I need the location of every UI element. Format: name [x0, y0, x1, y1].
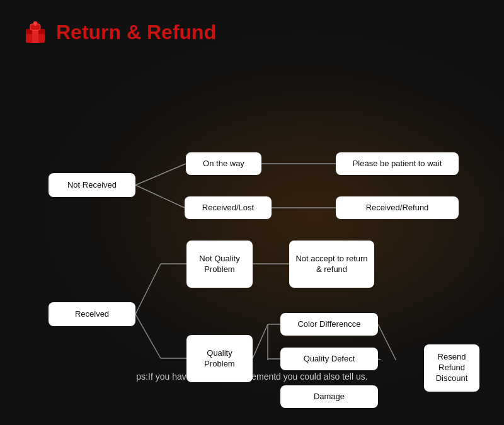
node-received: Received	[49, 302, 135, 326]
svg-line-6	[135, 185, 185, 208]
node-please-wait: Please be patient to wait	[336, 152, 459, 175]
node-not-quality-problem: Not Quality Problem	[186, 241, 253, 288]
node-received-refund: Received/Refund	[336, 196, 459, 219]
node-quality-defect: Quality Defect	[280, 348, 378, 370]
page-header: Return & Refund	[22, 19, 482, 45]
svg-line-14	[253, 324, 268, 358]
package-icon	[22, 19, 49, 45]
node-resend-refund-discount: Resend Refund Discount	[424, 344, 479, 392]
node-quality-problem: Quality Problem	[186, 335, 253, 382]
flowchart-diagram: Not Received On the way Please be patien…	[22, 64, 482, 360]
svg-line-9	[135, 264, 161, 314]
svg-line-5	[135, 164, 186, 185]
node-received-lost: Received/Lost	[185, 196, 272, 219]
page-title: Return & Refund	[56, 21, 216, 44]
svg-line-20	[378, 324, 400, 360]
node-not-accept: Not accept to return & refund	[289, 241, 374, 288]
svg-line-21	[378, 359, 400, 360]
node-damage: Damage	[280, 385, 378, 408]
node-not-received: Not Received	[49, 173, 135, 197]
svg-line-11	[135, 314, 161, 358]
node-color-difference: Color Differencce	[280, 313, 378, 336]
node-on-the-way: On the way	[186, 152, 261, 175]
svg-rect-2	[32, 29, 38, 43]
svg-rect-4	[33, 21, 37, 26]
